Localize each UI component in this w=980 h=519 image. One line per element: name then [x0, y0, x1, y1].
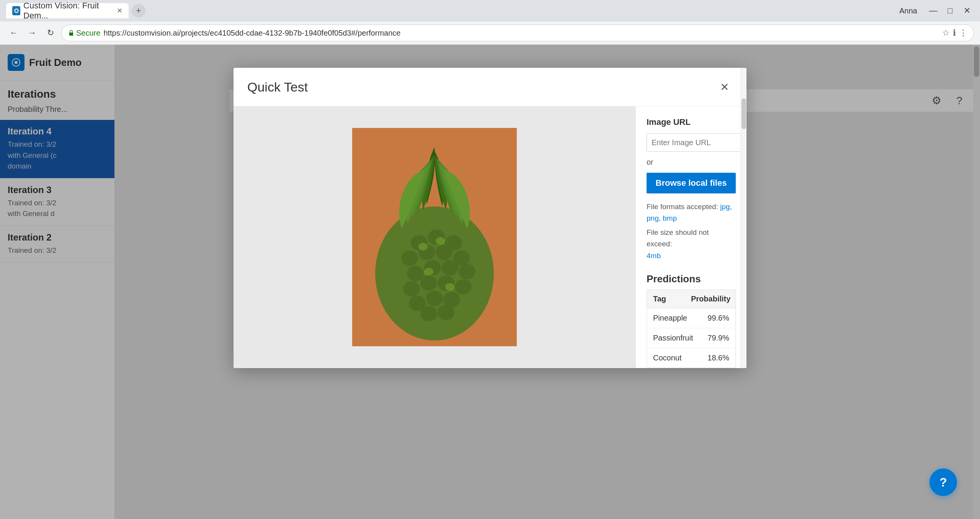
modal-close-button[interactable]: ✕ — [716, 79, 733, 95]
svg-point-26 — [438, 305, 454, 320]
help-button[interactable]: ? — [929, 468, 957, 496]
browse-local-files-button[interactable]: Browse local files — [647, 173, 736, 193]
panel-scrollbar-thumb — [742, 106, 746, 129]
forward-button[interactable]: → — [24, 25, 40, 41]
minimize-button[interactable]: — — [926, 4, 940, 18]
browser-chrome: Custom Vision: Fruit Dem... ✕ + Anna — □… — [0, 0, 980, 45]
tab-close-button[interactable]: ✕ — [117, 7, 122, 15]
svg-point-25 — [420, 306, 437, 321]
svg-point-12 — [436, 245, 452, 260]
or-divider: or — [647, 158, 736, 167]
url-text: https://customvision.ai/projects/ec4105d… — [103, 29, 939, 38]
svg-point-29 — [424, 268, 433, 275]
menu-icon[interactable]: ⋮ — [959, 28, 967, 38]
url-input-row — [647, 133, 736, 152]
svg-point-30 — [445, 283, 454, 291]
image-url-input[interactable] — [647, 133, 746, 152]
image-area — [234, 106, 635, 368]
close-window-button[interactable]: ✕ — [960, 4, 974, 18]
app-container: Fruit Demo Iterations Probability Thre..… — [0, 45, 980, 519]
image-url-label: Image URL — [647, 117, 736, 127]
file-formats-info: File formats accepted: jpg, png, bmp — [647, 201, 736, 224]
tag-column-header: Tag — [653, 295, 691, 303]
modal-body: Image URL or Browse local files File for… — [234, 106, 746, 368]
tab-favicon — [12, 6, 20, 15]
prediction-prob-pineapple: 99.6% — [691, 314, 729, 323]
svg-point-10 — [401, 250, 418, 266]
file-size-link: 4mb — [647, 252, 661, 260]
prediction-tag-pineapple: Pineapple — [653, 314, 691, 323]
modal-overlay: Quick Test ✕ — [0, 45, 980, 519]
svg-point-24 — [443, 292, 460, 307]
browser-navbar: ← → ↻ Secure https://customvision.ai/pro… — [0, 21, 980, 44]
address-bar[interactable]: Secure https://customvision.ai/projects/… — [61, 25, 974, 41]
predictions-section: Predictions Tag Probability Pineapple 99… — [647, 273, 736, 368]
right-panel: Image URL or Browse local files File for… — [635, 106, 746, 368]
svg-point-18 — [403, 281, 420, 296]
predictions-table-header: Tag Probability — [647, 290, 735, 308]
svg-point-21 — [455, 279, 472, 295]
svg-point-17 — [459, 264, 475, 279]
address-actions: ☆ ℹ ⋮ — [942, 28, 967, 38]
info-icon[interactable]: ℹ — [953, 28, 956, 38]
pineapple-image — [352, 128, 517, 346]
predictions-label: Predictions — [647, 273, 736, 285]
prediction-tag-coconut: Coconut — [653, 354, 691, 362]
tab-title: Custom Vision: Fruit Dem... — [23, 1, 114, 21]
svg-point-1 — [15, 10, 18, 12]
svg-point-14 — [407, 266, 424, 281]
file-size-info: File size should not exceed: 4mb — [647, 227, 736, 262]
back-button[interactable]: ← — [6, 25, 21, 41]
new-tab-button[interactable]: + — [132, 4, 145, 18]
svg-point-19 — [420, 275, 437, 291]
prediction-prob-passionfruit: 79.9% — [693, 334, 730, 342]
prediction-row-coconut: Coconut 18.6% — [647, 348, 735, 368]
browser-tab[interactable]: Custom Vision: Fruit Dem... ✕ — [6, 3, 129, 18]
panel-scrollbar[interactable] — [740, 106, 746, 368]
prediction-row-pineapple: Pineapple 99.6% — [647, 308, 735, 328]
svg-point-28 — [436, 237, 445, 245]
window-controls: — □ ✕ — [926, 4, 974, 18]
probability-column-header: Probability — [691, 295, 729, 303]
browser-titlebar: Custom Vision: Fruit Dem... ✕ + Anna — □… — [0, 0, 980, 21]
maximize-button[interactable]: □ — [943, 4, 957, 18]
modal-header: Quick Test ✕ — [234, 68, 746, 106]
quick-test-modal: Quick Test ✕ — [234, 68, 746, 368]
svg-point-27 — [418, 243, 428, 250]
svg-point-23 — [426, 291, 443, 306]
refresh-button[interactable]: ↻ — [43, 25, 58, 41]
prediction-row-passionfruit: Passionfruit 79.9% — [647, 328, 735, 348]
svg-rect-2 — [69, 33, 73, 36]
bookmark-icon[interactable]: ☆ — [942, 28, 950, 38]
main-content: ⚙ ? Quick Test ✕ — [115, 45, 980, 519]
predictions-table: Tag Probability Pineapple 99.6% Passionf… — [647, 290, 736, 368]
prediction-tag-passionfruit: Passionfruit — [653, 334, 693, 342]
svg-point-16 — [441, 260, 458, 275]
prediction-prob-coconut: 18.6% — [691, 354, 729, 362]
user-name: Anna — [899, 7, 917, 15]
security-indicator: Secure — [68, 29, 100, 38]
modal-title: Quick Test — [247, 80, 308, 95]
